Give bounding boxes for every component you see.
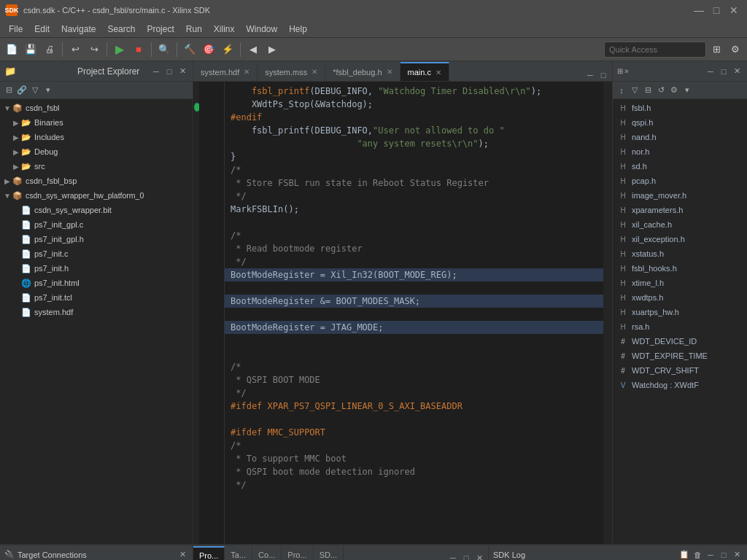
code-editor[interactable]: fsbl_printf(DEBUG_INFO, "Watchdog Timer … [225,82,603,544]
back-button[interactable]: ◀ [244,41,262,58]
search-toolbar-button[interactable]: 🔍 [155,41,173,58]
tree-item-ps7-init-h[interactable]: 📄 ps7_init.h [0,261,193,276]
rp-item-sd-h[interactable]: Hsd.h [613,159,747,174]
tree-item-bsp[interactable]: ▶ 📦 csdn_fsbl_bsp [0,174,193,188]
tab-close-system-mss[interactable]: ✕ [311,68,317,76]
rp-refresh-btn[interactable]: ↺ [655,85,667,96]
rp-item-pcap-h[interactable]: Hpcap.h [613,174,747,188]
redo-button[interactable]: ↪ [85,41,103,58]
menu-edit[interactable]: Edit [28,20,55,37]
rp-item-fsbl-hooks-h[interactable]: Hfsbl_hooks.h [613,261,747,276]
editor-scrollbar[interactable] [603,82,612,544]
rp-item-nor-h[interactable]: Hnor.h [613,144,747,159]
rp-item-xuartps-hw-h[interactable]: Hxuartps_hw.h [613,305,747,319]
rp-extra-btn[interactable]: ▾ [681,85,693,96]
rp-item-qspi-h[interactable]: Hqspi.h [613,115,747,130]
save-button[interactable]: 💾 [22,41,39,58]
tab-close-main-c[interactable]: ✕ [436,69,441,77]
tree-item-ps7-html[interactable]: 🌐 ps7_init.html [0,276,193,290]
print-button[interactable]: 🖨 [41,41,58,58]
menu-file[interactable]: File [3,20,28,37]
bc-min-btn[interactable]: ─ [447,552,459,560]
close-panel-btn[interactable]: ✕ [177,66,188,77]
tab-sdk[interactable]: SD... [314,546,344,560]
editor-max-btn[interactable]: □ [597,69,609,81]
rp-item-wdt-device-id[interactable]: #WDT_DEVICE_ID [613,334,747,349]
tree-item-hw-platform[interactable]: ▼ 📦 csdn_sys_wrapper_hw_platform_0 [0,188,193,203]
bc-max-btn[interactable]: □ [460,552,472,560]
link-editor-btn[interactable]: 🔗 [16,85,28,96]
rp-item-wdt-crv-shift[interactable]: #WDT_CRV_SHIFT [613,363,747,378]
undo-button[interactable]: ↩ [66,41,84,58]
rp-sort-btn[interactable]: ↕ [616,85,627,96]
rp-filter-btn[interactable]: ▽ [629,85,640,96]
rp-item-xparam-h[interactable]: Hxparameters.h [613,203,747,217]
close-button[interactable]: ✕ [727,3,741,18]
sdklog-close-btn[interactable]: ✕ [731,549,743,561]
rp-min-btn[interactable]: ─ [705,66,716,77]
tab-close-fsbl-debug[interactable]: ✕ [387,68,392,76]
rp-max-btn[interactable]: □ [718,66,729,77]
rp-close-btn[interactable]: ✕ [731,66,743,77]
menu-navigate[interactable]: Navigate [55,20,101,37]
rp-item-xstatus-h[interactable]: Hxstatus.h [613,246,747,261]
tab-console[interactable]: Co... [252,546,282,560]
tab-properties[interactable]: Pro... [282,546,313,560]
menu-window[interactable]: Window [241,20,284,37]
tree-item-csdn-fsbl[interactable]: ▼ 📦 csdn_fsbl [0,101,193,115]
rp-item-watchdog[interactable]: VWatchdog : XWdtF [613,378,747,392]
sdklog-max-btn[interactable]: □ [718,549,729,561]
tree-item-ps7-tcl[interactable]: 📄 ps7_init.tcl [0,290,193,305]
tab-main-c[interactable]: main.c ✕ [400,62,449,81]
tc-close-btn[interactable]: ✕ [177,549,188,561]
tree-item-ps7-gpl-h[interactable]: 📄 ps7_init_gpl.h [0,232,193,246]
debug-button[interactable]: ▶ [111,41,128,58]
rp-collapse-btn[interactable]: ⊟ [642,85,654,96]
menu-search[interactable]: Search [101,20,141,37]
more-pe-btn[interactable]: ▾ [42,85,54,96]
rp-item-xil-exc-h[interactable]: Hxil_exception.h [613,232,747,246]
filter-btn[interactable]: ▽ [29,85,41,96]
tree-item-includes[interactable]: ▶ 📂 Includes [0,130,193,144]
stop-button[interactable]: ■ [130,41,147,58]
editor-min-btn[interactable]: ─ [584,69,596,81]
rp-item-xil-cache-h[interactable]: Hxil_cache.h [613,217,747,232]
tab-system-mss[interactable]: system.mss ✕ [258,62,325,81]
menu-project[interactable]: Project [141,20,179,37]
maximize-panel-btn[interactable]: □ [163,66,175,77]
menu-xilinx[interactable]: Xilinx [208,20,241,37]
rp-item-xtime-h[interactable]: Hxtime_l.h [613,276,747,290]
rp-more-btn[interactable]: ⚙ [668,85,680,96]
rp-item-xwdtps-h[interactable]: Hxwdtps.h [613,290,747,305]
tree-item-binaries[interactable]: ▶ 📂 Binaries [0,115,193,130]
flash-button[interactable]: ⚡ [219,41,236,58]
bc-close-btn[interactable]: ✕ [473,552,485,560]
tab-system-hdf[interactable]: system.hdf ✕ [193,62,258,81]
menu-help[interactable]: Help [283,20,313,37]
titlebar-controls[interactable]: — □ ✕ [692,3,741,18]
settings-button[interactable]: ⚙ [727,41,744,58]
minimize-panel-btn[interactable]: ─ [150,66,162,77]
tree-item-debug[interactable]: ▶ 📂 Debug [0,144,193,159]
rp-item-rsa-h[interactable]: Hrsa.h [613,319,747,334]
sdklog-clear-btn[interactable]: 🗑 [692,549,703,561]
tab-tasks[interactable]: Ta... [225,546,252,560]
tab-close-system-hdf[interactable]: ✕ [244,68,249,76]
forward-button[interactable]: ▶ [263,41,281,58]
maximize-button[interactable]: □ [709,3,724,18]
sdklog-copy-btn[interactable]: 📋 [678,549,690,561]
quick-access-input[interactable] [609,45,701,54]
menu-run[interactable]: Run [180,20,208,37]
rp-item-nand-h[interactable]: Hnand.h [613,130,747,144]
new-button[interactable]: 📄 [3,41,20,58]
tree-item-ps7-init-c[interactable]: 📄 ps7_init.c [0,246,193,261]
build-button[interactable]: 🔨 [181,41,198,58]
tab-problems[interactable]: Pro... [193,546,225,560]
collapse-all-btn[interactable]: ⊟ [3,85,15,96]
sdklog-min-btn[interactable]: ─ [705,549,716,561]
quick-access-box[interactable] [604,42,706,58]
rp-item-image-mover-h[interactable]: Himage_mover.h [613,188,747,203]
target-button[interactable]: 🎯 [200,41,217,58]
rp-item-fsbl-h[interactable]: Hfsbl.h [613,101,747,115]
tree-item-src[interactable]: ▶ 📂 src [0,159,193,174]
